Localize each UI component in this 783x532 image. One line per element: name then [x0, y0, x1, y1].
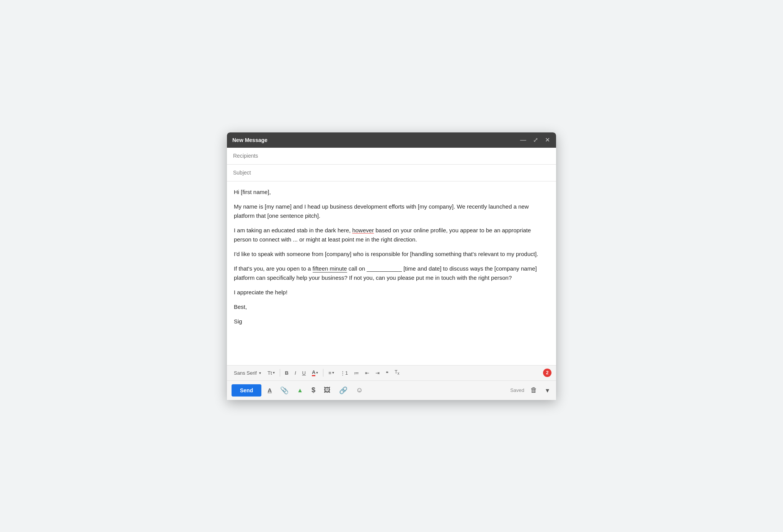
insert-link-button[interactable]: 🔗: [337, 384, 350, 397]
font-name-label: Sans Serif: [234, 370, 257, 376]
font-family-selector[interactable]: Sans Serif ▾: [231, 369, 264, 377]
divider-2: [323, 369, 323, 377]
blockquote-button[interactable]: ❝: [383, 369, 391, 377]
body-line-1: Hi [first name],: [234, 188, 549, 197]
body-line-8: Sig: [234, 317, 549, 326]
notification-badge: 2: [543, 369, 551, 377]
title-bar: New Message — ⤢ ✕: [227, 132, 556, 148]
body-line-7: Best,: [234, 302, 549, 312]
body-line-4: I'd like to speak with someone from [com…: [234, 250, 549, 259]
more-options-button[interactable]: ▾: [543, 384, 551, 397]
link-icon: 🔗: [339, 386, 347, 395]
font-chevron-icon: ▾: [259, 371, 261, 375]
divider-1: [280, 369, 280, 377]
size-chevron-icon: ▾: [273, 371, 275, 375]
numbered-list-button[interactable]: ⋮1: [338, 369, 351, 377]
numbered-list-icon: ⋮1: [340, 370, 348, 375]
attach-file-button[interactable]: 📎: [278, 384, 291, 397]
body-line-2: My name is [my name] and I head up busin…: [234, 202, 549, 220]
underline-button[interactable]: U: [300, 369, 308, 377]
insert-photo-button[interactable]: 🖼: [321, 384, 333, 397]
line3-underlined: however: [352, 227, 374, 233]
bullet-list-icon: ≔: [354, 370, 359, 375]
font-size-label: Tt: [268, 370, 272, 375]
line5-underlined: fifteen minute: [313, 265, 347, 273]
delete-draft-button[interactable]: 🗑: [528, 384, 540, 397]
line5-mid: call on: [347, 265, 367, 272]
bottom-bar: Send A 📎 ▲ $ 🖼 🔗 ☺ Saved 🗑 ▾: [227, 380, 556, 400]
format-text-icon: A: [268, 387, 272, 393]
badge-count: 2: [546, 370, 549, 375]
body-line-5: If that's you, are you open to a fifteen…: [234, 264, 549, 282]
subject-row: [227, 165, 556, 181]
body-line-3: I am taking an educated stab in the dark…: [234, 226, 549, 244]
align-chevron: ▾: [332, 371, 334, 375]
google-drive-button[interactable]: ▲: [295, 385, 305, 396]
font-color-button[interactable]: A ▾: [309, 368, 321, 378]
window-controls: — ⤢ ✕: [519, 136, 551, 144]
photo-icon: 🖼: [324, 386, 331, 394]
font-color-label: A: [312, 370, 315, 376]
indent-more-icon: ⇥: [375, 370, 380, 375]
line5-blank: ___________: [367, 265, 402, 272]
recipients-input[interactable]: [233, 153, 550, 159]
saved-label: Saved: [510, 387, 524, 393]
font-size-button[interactable]: Tt ▾: [265, 369, 277, 377]
blockquote-icon: ❝: [386, 370, 388, 375]
bullet-list-button[interactable]: ≔: [351, 369, 362, 377]
formatting-toolbar: Sans Serif ▾ Tt ▾ B I U A ▾ ≡ ▾ ⋮1 ≔ ⇤ ⇥: [227, 365, 556, 380]
indent-less-icon: ⇤: [365, 370, 369, 375]
recipients-row: [227, 148, 556, 165]
email-body[interactable]: Hi [first name], My name is [my name] an…: [227, 181, 556, 365]
clear-format-icon: Tx: [395, 370, 399, 375]
more-options-icon: ▾: [546, 386, 549, 395]
insert-payment-button[interactable]: $: [309, 384, 318, 397]
insert-emoji-button[interactable]: ☺: [354, 384, 365, 397]
align-button[interactable]: ≡ ▾: [326, 369, 337, 377]
align-icon: ≡: [328, 370, 331, 375]
font-color-chevron: ▾: [316, 371, 318, 375]
resize-button[interactable]: ⤢: [532, 136, 539, 144]
indent-less-button[interactable]: ⇤: [362, 369, 372, 377]
emoji-icon: ☺: [356, 386, 363, 394]
clear-format-button[interactable]: Tx: [392, 368, 402, 377]
line3-pre: I am taking an educated stab in the dark…: [234, 227, 352, 233]
body-line-6: I appreciate the help!: [234, 288, 549, 297]
indent-more-button[interactable]: ⇥: [373, 369, 382, 377]
minimize-button[interactable]: —: [519, 136, 527, 144]
compose-window: New Message — ⤢ ✕ Hi [first name], My na…: [227, 132, 556, 400]
drive-icon: ▲: [297, 387, 303, 394]
format-text-button[interactable]: A: [265, 385, 274, 396]
dollar-icon: $: [312, 386, 315, 394]
italic-button[interactable]: I: [292, 369, 299, 377]
delete-icon: 🗑: [530, 386, 537, 394]
line5-pre: If that's you, are you open to a: [234, 265, 313, 272]
send-button[interactable]: Send: [232, 384, 261, 397]
attach-file-icon: 📎: [280, 386, 289, 395]
window-title: New Message: [232, 137, 268, 143]
close-button[interactable]: ✕: [544, 136, 551, 144]
bold-button[interactable]: B: [282, 369, 291, 377]
subject-input[interactable]: [233, 170, 550, 176]
